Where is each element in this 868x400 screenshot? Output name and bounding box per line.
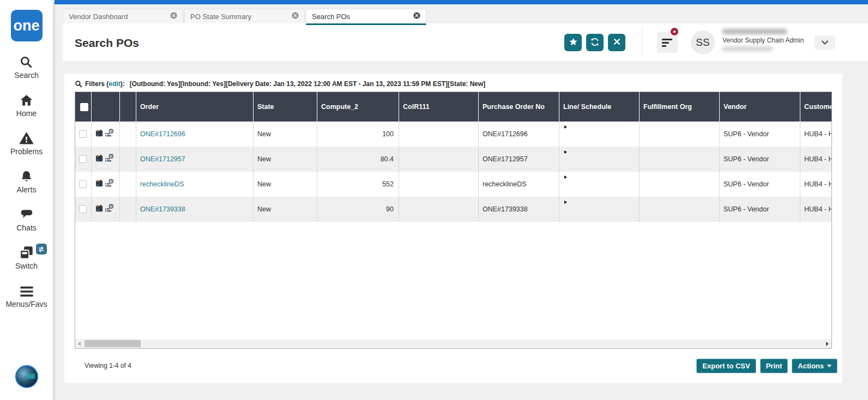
sidebar-item-home[interactable]: Home [16,93,37,118]
chat-icon [19,208,34,222]
page-title: Search POs [75,37,139,50]
calendar-icon[interactable] [95,179,104,189]
sidebar-item-alerts[interactable]: Alerts [17,169,37,194]
redacted-user-name [722,29,787,34]
tab-vendor-dashboard[interactable]: Vendor Dashboard [63,9,183,23]
colr111-cell [399,122,479,147]
user-role: Vendor Supply Chain Admin [722,37,804,44]
main-panel: Filters (edit): [Outbound: Yes][Inbound:… [64,74,842,383]
fulfillment-org-cell [640,147,720,172]
table-row: rechecklineDS New 552 rechecklineDS SUP6… [75,172,832,197]
select-all-checkbox[interactable] [80,103,88,111]
order-link[interactable]: ONE#1739338 [140,205,185,213]
user-avatar[interactable]: SS [691,31,715,54]
export-csv-button[interactable]: Export to CSV [696,359,756,373]
table-row: ONE#1712696 New 100 ONE#1712696 SUP6 - V… [75,122,832,147]
po-no-cell: ONE#1712696 [479,122,559,147]
scroll-left-arrow[interactable] [78,342,81,346]
row-checkbox[interactable] [79,180,87,188]
sidebar-item-switch[interactable]: Switch [15,246,38,270]
vendor-cell: SUP6 - Vendor [720,172,800,197]
schedule-icon[interactable] [105,204,114,215]
sidebar-item-problems[interactable]: Problems [10,131,43,156]
top-accent-bar [55,0,868,4]
column-header-fulfillment-org[interactable]: Fulfillment Org [640,92,720,122]
filters-label: Filters ( [85,80,108,88]
horizontal-scrollbar[interactable] [75,339,831,348]
tab-search-pos[interactable]: Search POs [306,9,426,25]
column-header-compute2[interactable]: Compute_2 [317,92,399,122]
refresh-button[interactable] [586,34,604,51]
icons-column-header [92,92,120,122]
menu-line [662,45,666,47]
fulfillment-org-cell [640,197,720,222]
column-header-customer[interactable]: Customer [800,92,832,122]
compute2-cell: 90 [317,197,399,222]
close-icon[interactable] [413,12,420,21]
filters-edit-link[interactable]: edit [108,80,120,88]
assistant-avatar[interactable] [15,365,38,388]
row-checkbox[interactable] [79,205,87,213]
scrollbar-thumb[interactable] [85,340,141,347]
one-logo[interactable]: one [11,10,43,41]
user-menu-button[interactable] [815,35,835,50]
close-screen-button[interactable] [608,34,625,51]
sidebar-item-label: Alerts [17,185,37,194]
customer-cell: HUB4 - HUB [800,197,832,222]
close-icon[interactable] [292,12,299,21]
order-link[interactable]: ONE#1712696 [140,130,185,138]
sidebar-item-menus-favs[interactable]: Menus/Favs [5,284,47,308]
column-header-state[interactable]: State [254,92,317,122]
row-checkbox[interactable] [79,155,87,163]
row-checkbox[interactable] [79,130,87,138]
calendar-icon[interactable] [95,204,104,214]
close-icon [613,38,621,47]
customer-cell: HUB4 - HUB [800,172,832,197]
vendor-cell: SUP6 - Vendor [720,197,800,222]
schedule-icon[interactable] [105,154,114,165]
column-header-line-schedule[interactable]: Line/ Schedule [559,92,640,122]
vendor-cell: SUP6 - Vendor [720,122,800,147]
switch-badge-icon[interactable] [36,244,47,254]
caret-down-icon [827,365,831,367]
favorite-button[interactable] [564,34,582,51]
menu-line [662,39,672,40]
filters-label-suffix: ): [120,80,125,88]
compute2-cell: 100 [317,122,399,147]
sidebar-item-label: Switch [15,262,38,270]
sidebar-item-search[interactable]: Search [14,55,38,80]
viewing-count: Viewing 1-4 of 4 [85,362,131,369]
tab-bar: Vendor Dashboard PO State Summary Search… [63,9,426,25]
column-header-purchase-order-no[interactable]: Purchase Order No [479,92,559,122]
chevron-down-icon [821,39,829,47]
calendar-icon[interactable] [95,154,104,164]
schedule-icon[interactable] [105,129,114,140]
tab-label: Search POs [312,13,350,21]
expand-caret-icon[interactable] [564,125,567,129]
actions-button[interactable]: Actions [792,359,837,373]
order-link[interactable]: ONE#1712957 [140,155,185,163]
scroll-right-arrow[interactable] [826,342,829,346]
sidebar-item-chats[interactable]: Chats [16,208,37,232]
calendar-icon[interactable] [95,129,104,139]
state-cell: New [254,197,317,222]
column-header-vendor[interactable]: Vendor [720,92,800,122]
schedule-icon[interactable] [105,179,114,190]
tab-po-state-summary[interactable]: PO State Summary [184,9,305,23]
fulfillment-org-cell [640,172,720,197]
print-button[interactable]: Print [760,359,788,373]
expand-caret-icon[interactable] [564,150,567,154]
header-actions [564,34,625,51]
expand-caret-icon[interactable] [564,201,567,204]
sidebar-item-label: Problems [10,147,43,156]
select-all-header[interactable] [75,92,92,122]
close-icon[interactable] [170,12,177,21]
page-header: Search POs ★ SS Vendor Supply Chain Admi… [63,23,868,61]
user-info: Vendor Supply Chain Admin [722,29,804,51]
column-header-order[interactable]: Order [136,92,254,122]
order-link[interactable]: rechecklineDS [140,180,184,188]
column-header-colr111[interactable]: ColR111 [399,92,479,122]
footer-actions: Export to CSV Print Actions [696,359,837,373]
customer-cell: HUB4 - HUB [800,147,832,172]
expand-caret-icon[interactable] [564,175,567,179]
